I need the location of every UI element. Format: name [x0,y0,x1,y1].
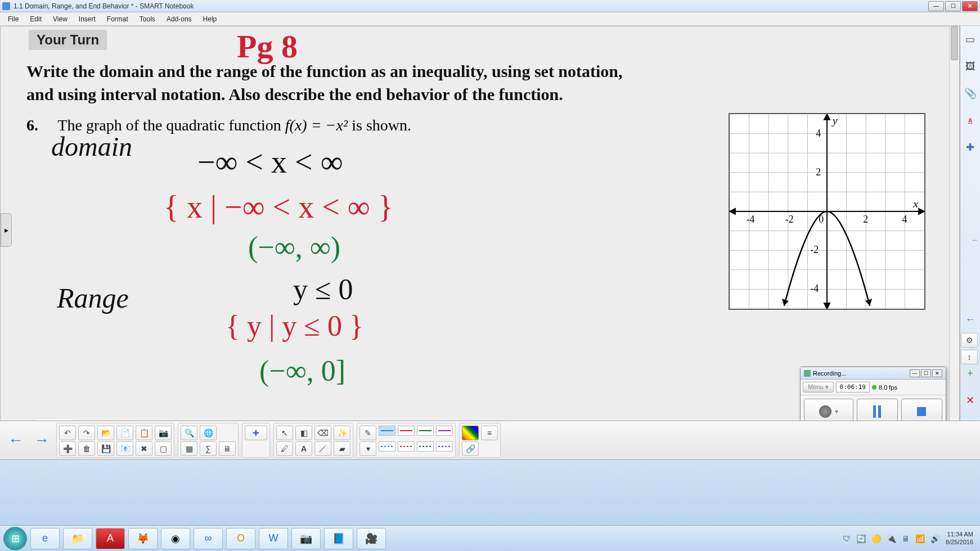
pen-green-thin[interactable] [417,426,434,436]
present-button[interactable]: 🖥 [219,441,236,456]
pen-purple-dash[interactable] [436,441,453,451]
svg-marker-20 [824,114,830,120]
pen-active-button[interactable]: ✎ [359,426,376,440]
recording-panel[interactable]: Recording... — ☐ ✕ Menu ▾ 0:06:19 8.0 fp… [800,367,946,428]
stop-icon [917,407,926,416]
zoom-button[interactable]: 🔍 [181,426,197,440]
send-button[interactable]: 📧 [116,441,133,456]
rec-close-button[interactable]: ✕ [932,369,942,377]
menu-help[interactable]: Help [197,13,223,25]
next-page-button[interactable]: → [30,431,53,449]
settings-gear-icon[interactable]: ⚙ [961,333,978,347]
taskbar-camera[interactable]: 📷 [291,528,321,549]
pen-red-dash[interactable] [398,441,415,451]
vertical-scrollbar[interactable] [949,26,959,433]
menu-addons[interactable]: Add-ons [161,13,197,25]
side-panel-handle[interactable]: ▸ [1,213,12,247]
recording-titlebar[interactable]: Recording... — ☐ ✕ [801,367,946,380]
rec-menu-dropdown[interactable]: Menu ▾ [803,382,834,392]
magic-button[interactable]: ✨ [334,426,350,440]
menu-insert[interactable]: Insert [73,13,101,25]
system-clock[interactable]: 11:34 AM 8/25/2016 [946,531,973,545]
pause-icon [873,405,881,418]
delete-button[interactable]: 🗑 [78,441,95,456]
menu-file[interactable]: File [2,13,24,25]
recording-app-icon [804,370,811,377]
tray-display-icon[interactable]: 🖥 [902,534,910,543]
pen-red-thin[interactable] [398,426,415,436]
taskbar-firefox[interactable]: 🦊 [128,528,158,549]
line-tool-button[interactable]: ／ [314,441,331,456]
taskbar-outlook[interactable]: O [226,528,255,549]
text-tool-button[interactable]: A [295,441,312,456]
menu-edit[interactable]: Edit [24,13,47,25]
shade-button[interactable]: ▢ [155,441,172,456]
page-sorter-icon[interactable]: ▭ [964,33,977,46]
pen-purple-thin[interactable] [436,426,453,436]
tray-sync-icon[interactable]: 🔄 [856,534,866,543]
addon-button[interactable]: ✚ [245,426,267,440]
redo-button[interactable]: ↷ [78,426,95,440]
tray-usb-icon[interactable]: 🔌 [887,534,896,543]
pen-blue-dash[interactable] [379,441,395,451]
close-button[interactable]: ✕ [962,1,978,11]
taskbar-notebook[interactable]: 📘 [324,528,353,549]
start-button[interactable]: ⊞ [3,527,27,550]
rec-fps: 8.0 fps [872,384,897,391]
add-blank-button[interactable]: ➕ [59,441,76,456]
capture-button[interactable]: 📷 [155,426,172,440]
taskbar-smartink[interactable]: ∞ [194,528,223,549]
line-style-button[interactable]: ≡ [481,426,498,440]
nav-back-icon[interactable]: ← [964,313,977,326]
color-picker-button[interactable] [462,426,479,440]
save-button[interactable]: 💾 [97,441,114,456]
menu-tools[interactable]: Tools [134,13,161,25]
gallery-icon[interactable]: 🖼 [964,60,977,73]
delete-page-icon[interactable]: ✕ [964,394,977,407]
maximize-button[interactable]: ☐ [945,1,961,11]
undo-button[interactable]: ↶ [59,426,76,440]
pen-green-dash[interactable] [417,441,434,451]
table-button[interactable]: ▦ [181,441,197,456]
taskbar-explorer[interactable]: 📁 [63,528,92,549]
properties-icon[interactable]: A [964,114,977,127]
tray-shield-icon[interactable]: 🛡 [843,534,851,543]
highlighter-button[interactable]: ▰ [334,441,350,456]
app-icon [2,2,10,10]
menu-format[interactable]: Format [101,13,134,25]
add-page-icon[interactable]: + [964,367,977,380]
link-button[interactable]: 🔗 [462,441,479,456]
pen-blue-thin[interactable] [379,426,395,436]
attachments-icon[interactable]: 📎 [964,87,977,100]
open-button[interactable]: 📂 [97,426,114,440]
ink-domain-label: domain [51,132,132,161]
rec-minimize-button[interactable]: — [910,369,920,377]
tray-update-icon[interactable]: 🟡 [871,534,881,543]
pointer-button[interactable]: ↖ [276,426,293,440]
web-button[interactable]: 🌐 [200,426,217,440]
pen-options-button[interactable]: ▾ [359,441,376,456]
eraser-button[interactable]: ⌫ [314,426,331,440]
taskbar-ie[interactable]: e [30,528,60,549]
clear-button[interactable]: ✖ [136,441,152,456]
tray-volume-icon[interactable]: 🔊 [930,534,940,543]
math-button[interactable]: ∑ [200,441,217,456]
tray-network-icon[interactable]: 📶 [915,534,925,543]
minimize-button[interactable]: — [928,1,944,11]
menu-view[interactable]: View [47,13,73,25]
strip-resize-icon[interactable]: ↔ [971,230,979,250]
scrollbar-thumb[interactable] [951,26,958,60]
prev-page-button[interactable]: ← [5,431,27,449]
new-page-button[interactable]: 📄 [116,426,133,440]
taskbar-chrome[interactable]: ◉ [161,528,190,549]
paste-button[interactable]: 📋 [136,426,152,440]
addons-icon[interactable]: ✚ [964,141,977,154]
taskbar-adobe[interactable]: A [96,528,125,549]
record-circle-icon [819,405,831,418]
shape-select-button[interactable]: ◧ [295,426,312,440]
taskbar-word[interactable]: W [259,528,288,549]
pens-menu-button[interactable]: 🖊 [276,441,293,456]
rec-maximize-button[interactable]: ☐ [921,369,931,377]
move-toolbar-button[interactable]: ↕ [961,350,978,364]
taskbar-recorder[interactable]: 🎥 [357,528,386,549]
